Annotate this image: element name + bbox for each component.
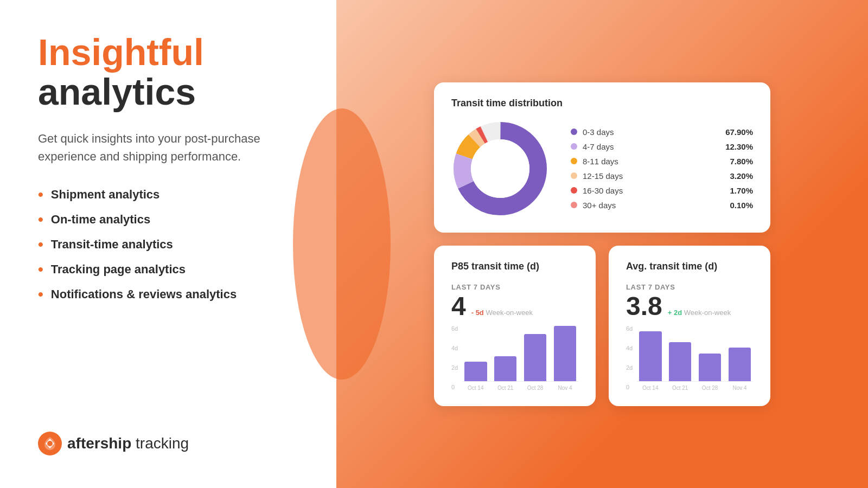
legend-item: 4-7 days 12.30% (571, 142, 753, 151)
p85-bars-area (462, 326, 578, 382)
y-tick: 4d (626, 345, 633, 351)
bar-item (637, 326, 663, 381)
aftership-logo-icon (38, 432, 62, 455)
legend-dot (571, 143, 577, 150)
bar-rect (639, 331, 662, 381)
legend-dot (571, 202, 577, 208)
p85-card: P85 transit time (d) LAST 7 DAYS 4 - 5d … (434, 246, 596, 406)
feature-list: Shipment analyticsOn-time analyticsTrans… (38, 187, 298, 302)
right-panel: Transit time distribution (336, 0, 868, 488)
avg-bars-area (637, 326, 753, 382)
bar-item (492, 326, 519, 381)
p85-period: LAST 7 DAYS (451, 283, 578, 291)
bullet-item: Shipment analytics (38, 187, 298, 202)
avg-value: 3.8 (626, 293, 662, 319)
avg-chart-wrapper: 6d4d2d0 Oct 14Oct 21Oct 28Nov 4 (626, 326, 753, 391)
legend-dot (571, 129, 577, 135)
p85-x-labels: Oct 14Oct 21Oct 28Nov 4 (462, 385, 578, 391)
avg-y-axis: 6d4d2d0 (626, 326, 633, 391)
avg-wow: Week-on-week (684, 309, 731, 317)
donut-chart (451, 120, 549, 217)
bullet-item: Transit-time analytics (38, 237, 298, 252)
legend-item: 8-11 days 7.80% (571, 157, 753, 166)
legend-label: 8-11 days (583, 157, 718, 166)
logo-text: aftership tracking (67, 435, 189, 452)
y-tick: 6d (626, 326, 633, 332)
x-tick: Oct 21 (492, 385, 519, 391)
legend-item: 0-3 days 67.90% (571, 127, 753, 137)
bar-item (552, 326, 578, 381)
legend-label: 4-7 days (583, 142, 718, 151)
bar-rect (554, 326, 577, 381)
p85-bars-inner (462, 326, 578, 381)
bar-rect (494, 356, 517, 381)
bullet-item: Notifications & reviews analytics (38, 287, 298, 302)
top-card-title: Transit time distribution (451, 98, 753, 109)
avg-value-row: 3.8 + 2d Week-on-week (626, 293, 753, 319)
bar-item (667, 326, 693, 381)
y-tick: 2d (451, 365, 458, 371)
p85-y-axis: 6d4d2d0 (451, 326, 458, 391)
p85-title: P85 transit time (d) (451, 261, 578, 272)
legend-pct: 67.90% (723, 127, 753, 137)
bar-rect (524, 334, 547, 381)
legend-item: 30+ days 0.10% (571, 201, 753, 210)
avg-period: LAST 7 DAYS (626, 283, 753, 291)
y-tick: 0 (626, 384, 633, 390)
transit-distribution-card: Transit time distribution (434, 82, 770, 233)
cards-container: Transit time distribution (434, 82, 770, 406)
x-tick: Oct 14 (462, 385, 489, 391)
legend-dot (571, 158, 577, 164)
top-card-body: 0-3 days 67.90% 4-7 days 12.30% 8-11 day… (451, 120, 753, 217)
bar-rect (669, 342, 692, 381)
bar-item (726, 326, 753, 381)
legend-item: 12-15 days 3.20% (571, 171, 753, 181)
legend-label: 0-3 days (583, 127, 718, 137)
logo-area: aftership tracking (38, 432, 298, 455)
p85-wow: Week-on-week (486, 309, 532, 317)
legend-dot (571, 172, 577, 179)
headline-dark: analytics (38, 71, 196, 112)
x-tick: Nov 4 (552, 385, 578, 391)
legend: 0-3 days 67.90% 4-7 days 12.30% 8-11 day… (571, 127, 753, 210)
bar-rect (464, 362, 487, 381)
bullet-item: Tracking page analytics (38, 262, 298, 277)
y-tick: 6d (451, 326, 458, 332)
svg-point-10 (471, 139, 529, 198)
bar-item (462, 326, 489, 381)
x-tick: Oct 28 (697, 385, 723, 391)
avg-bars-inner (637, 326, 753, 381)
legend-pct: 1.70% (723, 186, 753, 195)
bar-rect (729, 348, 751, 381)
p85-value: 4 (451, 293, 466, 319)
y-tick: 0 (451, 384, 458, 390)
legend-dot (571, 187, 577, 194)
p85-chart-wrapper: 6d4d2d0 Oct 14Oct 21Oct 28Nov 4 (451, 326, 578, 391)
bullet-item: On-time analytics (38, 212, 298, 227)
legend-pct: 7.80% (723, 157, 753, 166)
left-content: Insightful analytics Get quick insights … (38, 33, 298, 302)
legend-pct: 12.30% (723, 142, 753, 151)
y-tick: 4d (451, 345, 458, 351)
legend-pct: 0.10% (723, 201, 753, 210)
bottom-cards: P85 transit time (d) LAST 7 DAYS 4 - 5d … (434, 246, 770, 406)
avg-x-labels: Oct 14Oct 21Oct 28Nov 4 (637, 385, 753, 391)
legend-label: 30+ days (583, 201, 718, 210)
legend-label: 16-30 days (583, 186, 718, 195)
svg-point-2 (47, 441, 53, 446)
x-tick: Nov 4 (726, 385, 753, 391)
p85-change: - 5d Week-on-week (471, 309, 533, 317)
legend-item: 16-30 days 1.70% (571, 186, 753, 195)
y-tick: 2d (626, 365, 633, 371)
x-tick: Oct 28 (522, 385, 548, 391)
bar-item (697, 326, 723, 381)
x-tick: Oct 14 (637, 385, 663, 391)
avg-change: + 2d Week-on-week (668, 309, 731, 317)
donut-svg (451, 120, 549, 217)
description: Get quick insights into your post-purcha… (38, 130, 277, 165)
bar-item (522, 326, 548, 381)
headline-orange: Insightful (38, 31, 204, 73)
headline: Insightful analytics (38, 33, 298, 112)
bar-rect (699, 354, 722, 381)
legend-pct: 3.20% (723, 171, 753, 181)
